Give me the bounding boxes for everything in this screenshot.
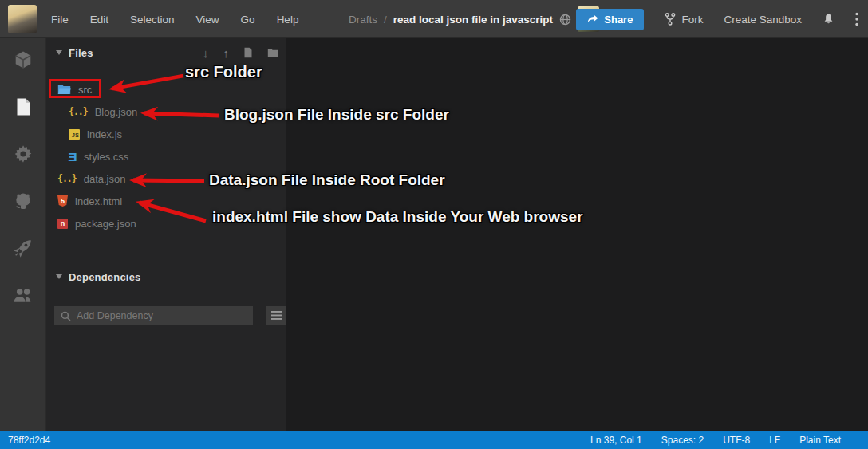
encoding-setting[interactable]: UTF-8 <box>723 435 750 446</box>
breadcrumb-separator: / <box>384 14 387 26</box>
json-braces-icon: {..} <box>69 106 88 117</box>
configuration-gear-icon[interactable] <box>13 144 34 164</box>
create-sandbox-button[interactable]: Create Sandbox <box>724 14 802 26</box>
share-button[interactable]: Share <box>576 9 644 30</box>
tree-item-package-json[interactable]: n package.json <box>46 212 286 234</box>
add-dependency-row <box>46 306 286 325</box>
codesandbox-editor-window: File Edit Selection View Go Help Drafts … <box>0 0 868 449</box>
upload-icon[interactable]: ↑ <box>223 47 230 59</box>
npm-file-icon: n <box>57 219 68 229</box>
live-collaboration-users-icon[interactable] <box>13 285 34 305</box>
create-sandbox-label: Create Sandbox <box>724 14 802 26</box>
dependency-menu-button[interactable] <box>266 306 286 325</box>
deployment-rocket-icon[interactable] <box>13 238 34 258</box>
files-explorer-icon[interactable] <box>13 96 34 117</box>
explorer-sidebar: Files ↓ ↑ src <box>46 38 286 431</box>
tree-item-src-folder[interactable]: src <box>46 78 286 100</box>
notifications-bell-icon[interactable] <box>823 13 834 26</box>
fork-button[interactable]: Fork <box>665 13 703 26</box>
eol-setting[interactable]: LF <box>769 435 780 446</box>
css3-file-icon: Ǝ <box>68 150 77 163</box>
share-arrow-icon <box>587 14 598 24</box>
file-name: index.html <box>75 195 122 207</box>
cursor-position[interactable]: Ln 39, Col 1 <box>590 435 642 446</box>
editor-pane[interactable] <box>286 38 868 431</box>
menu-help[interactable]: Help <box>277 14 299 26</box>
javascript-file-icon: JS <box>69 129 80 140</box>
dependencies-section-title: Dependencies <box>69 271 141 283</box>
search-icon <box>61 310 71 325</box>
file-name: index.js <box>87 128 122 140</box>
file-tree: src {..} Blog.json JS index.js Ǝ styles.… <box>46 78 286 234</box>
open-folder-icon <box>57 84 71 95</box>
new-folder-icon[interactable] <box>267 48 278 57</box>
breadcrumb-parent[interactable]: Drafts <box>349 14 377 26</box>
sandbox-title[interactable]: read local json file in javascript <box>393 14 553 26</box>
tree-item-blog-json[interactable]: {..} Blog.json <box>46 100 286 123</box>
file-name: package.json <box>75 218 136 230</box>
sandbox-cube-icon[interactable] <box>13 49 34 70</box>
files-actions: ↓ ↑ <box>203 47 278 59</box>
fork-icon <box>665 13 676 26</box>
files-section-header[interactable]: Files ↓ ↑ <box>46 45 286 61</box>
status-right-group: Ln 39, Col 1 Spaces: 2 UTF-8 LF Plain Te… <box>590 435 841 446</box>
chevron-down-icon[interactable] <box>56 50 62 55</box>
indentation-setting[interactable]: Spaces: 2 <box>661 435 704 446</box>
new-file-icon[interactable] <box>243 47 253 58</box>
activity-bar <box>0 38 46 431</box>
files-section-title: Files <box>69 47 93 59</box>
more-options-kebab-icon[interactable] <box>855 12 858 26</box>
tree-item-index-html[interactable]: 5 index.html <box>46 190 286 212</box>
menu-selection[interactable]: Selection <box>130 14 175 26</box>
github-octocat-icon[interactable] <box>13 191 34 211</box>
privacy-globe-icon[interactable] <box>559 14 571 26</box>
tree-item-data-json[interactable]: {..} data.json <box>46 167 286 190</box>
menu-file[interactable]: File <box>51 14 69 26</box>
tree-item-index-js[interactable]: JS index.js <box>46 123 286 145</box>
top-menu-bar: File Edit Selection View Go Help Drafts … <box>0 0 868 38</box>
menu-edit[interactable]: Edit <box>90 14 108 26</box>
chevron-down-icon[interactable] <box>56 274 62 279</box>
html5-file-icon: 5 <box>57 195 68 207</box>
breadcrumb: Drafts / read local json file in javascr… <box>349 0 599 38</box>
commit-hash[interactable]: 78ff2d2d4 <box>8 435 50 446</box>
file-name: src <box>78 84 92 96</box>
export-download-icon[interactable]: ↓ <box>203 47 209 59</box>
share-button-label: Share <box>604 14 633 26</box>
menu-go[interactable]: Go <box>241 14 255 26</box>
fork-button-label: Fork <box>681 14 703 26</box>
user-logo-avatar[interactable] <box>8 5 37 33</box>
topbar-actions: Share Fork Create Sandbox <box>576 0 858 38</box>
tree-item-styles-css[interactable]: Ǝ styles.css <box>46 145 286 167</box>
json-braces-icon: {..} <box>57 173 77 184</box>
menu-bar: File Edit Selection View Go Help <box>51 0 298 38</box>
add-dependency-input[interactable] <box>54 306 253 325</box>
dependencies-section-header[interactable]: Dependencies <box>46 269 286 285</box>
status-bar: 78ff2d2d4 Ln 39, Col 1 Spaces: 2 UTF-8 L… <box>0 431 868 449</box>
file-name: Blog.json <box>95 106 137 118</box>
file-name: styles.css <box>84 151 128 163</box>
file-name: data.json <box>84 173 126 185</box>
menu-view[interactable]: View <box>196 14 219 26</box>
language-mode[interactable]: Plain Text <box>799 435 841 446</box>
hamburger-icon <box>271 311 282 320</box>
